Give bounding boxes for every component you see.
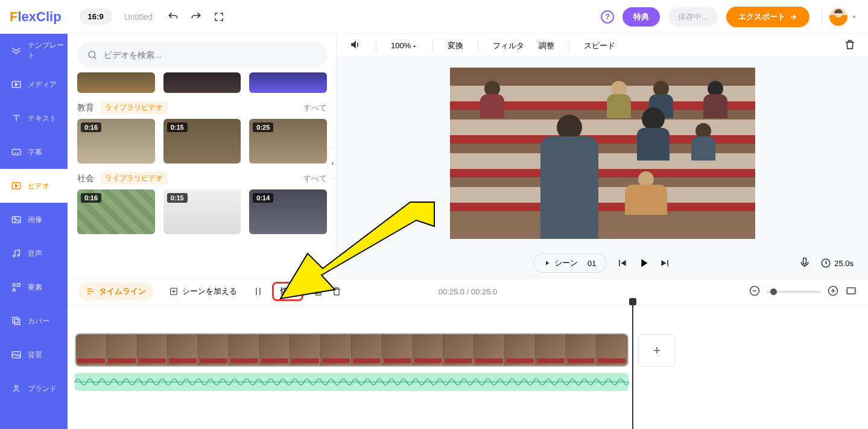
audio-track[interactable] <box>75 373 629 391</box>
header: FlexClip 16:9 Untitled ? 特典 保存中... エクスポー… <box>0 0 868 34</box>
split-button[interactable] <box>253 286 264 297</box>
sidebar-item-subtitles[interactable]: 字幕 <box>0 135 68 169</box>
video-thumb[interactable] <box>249 72 327 93</box>
timeline-zoom <box>749 285 857 299</box>
timeline-icon <box>86 287 95 296</box>
search-icon <box>87 49 98 60</box>
timeline-ruler[interactable] <box>75 315 861 327</box>
redo-button[interactable] <box>190 11 202 23</box>
thumb-row-society: 0:16 0:15 0:14 <box>77 189 327 234</box>
sidebar-item-image[interactable]: 画像 <box>0 203 68 237</box>
cut-button[interactable]: 切る <box>272 282 303 301</box>
timeline-mode-button[interactable]: タイムライン <box>78 282 153 300</box>
video-thumb[interactable]: 0:25 <box>249 119 327 164</box>
tab-transform[interactable]: 変換 <box>448 40 463 51</box>
category-all-link[interactable]: すべて <box>303 173 327 184</box>
zoom-in-button[interactable] <box>827 285 839 299</box>
project-title[interactable]: Untitled <box>124 12 153 22</box>
canvas-wrap <box>337 58 868 249</box>
sidebar-item-media[interactable]: メディア <box>0 68 68 101</box>
zoom-level[interactable]: 100% <box>391 41 418 50</box>
add-scene-button[interactable]: シーンを加える <box>162 282 244 300</box>
sidebar-item-video[interactable]: ビデオ <box>0 169 68 203</box>
sidebar-item-elements[interactable]: 要素 <box>0 270 68 304</box>
add-scene-tile[interactable]: + <box>638 334 676 367</box>
video-thumb[interactable] <box>163 72 241 93</box>
sidebar-item-cover[interactable]: カバー <box>0 304 68 338</box>
svg-rect-17 <box>314 288 319 293</box>
trash-icon <box>844 39 856 51</box>
play-small-icon <box>543 259 551 267</box>
player-bar: シーン 01 25.0s <box>337 249 868 278</box>
category-all-link[interactable]: すべて <box>303 103 327 113</box>
perks-button[interactable]: 特典 <box>622 7 660 27</box>
volume-icon <box>349 39 361 51</box>
video-icon <box>11 180 22 191</box>
category-header-education: 教育 ライブラリビデオ すべて <box>77 101 327 114</box>
saving-status: 保存中... <box>668 7 718 27</box>
avatar <box>829 8 847 26</box>
media-panel: 教育 ライブラリビデオ すべて 0:16 0:15 0:25 社会 ライブラリビ… <box>68 34 337 278</box>
templates-icon <box>11 45 22 56</box>
duplicate-button[interactable] <box>312 286 323 297</box>
svg-rect-10 <box>14 319 20 325</box>
video-thumb[interactable]: 0:16 <box>77 119 155 164</box>
svg-rect-18 <box>316 290 321 295</box>
thumb-row-partial <box>77 72 327 93</box>
subtitles-icon <box>11 147 22 157</box>
timeline-toolbar: タイムライン シーンを加える 切る 00:25.0 / 00:25.0 <box>68 278 868 305</box>
zoom-slider[interactable] <box>767 291 821 293</box>
user-menu[interactable] <box>822 8 858 26</box>
play-button[interactable] <box>637 256 650 270</box>
mic-button[interactable] <box>799 256 811 270</box>
sidebar: テンプレート メディア テキスト 字幕 ビデオ 画像 音声 要素 カバー 背景 … <box>0 34 68 429</box>
aspect-ratio-pill[interactable]: 16:9 <box>80 8 112 25</box>
prev-button[interactable] <box>615 256 629 270</box>
scene-pill[interactable]: シーン 01 <box>533 253 606 273</box>
playhead[interactable] <box>632 299 633 429</box>
svg-point-7 <box>13 284 16 287</box>
delete-clip-button[interactable] <box>331 286 342 297</box>
preview-toolbar: 100% 変換 フィルタ 調整 スピード <box>337 34 868 58</box>
video-thumb[interactable]: 0:14 <box>249 189 327 234</box>
preview-canvas[interactable] <box>450 68 755 239</box>
next-button[interactable] <box>659 256 672 270</box>
video-thumb[interactable] <box>77 72 155 93</box>
svg-rect-8 <box>17 284 21 287</box>
help-icon[interactable]: ? <box>601 10 614 24</box>
brand-icon <box>11 383 22 394</box>
svg-point-6 <box>17 255 19 256</box>
fit-button[interactable] <box>845 285 857 299</box>
category-tag[interactable]: ライブラリビデオ <box>100 101 168 114</box>
sidebar-item-background[interactable]: 背景 <box>0 338 68 372</box>
video-thumb[interactable]: 0:15 <box>163 189 241 234</box>
video-track[interactable]: 01 <box>75 333 629 367</box>
svg-point-5 <box>13 255 15 257</box>
search-box[interactable] <box>77 42 327 68</box>
sidebar-item-templates[interactable]: テンプレート <box>0 34 68 68</box>
video-thumb[interactable]: 0:16 <box>77 189 155 234</box>
fullscreen-button[interactable] <box>213 11 225 23</box>
tab-adjust[interactable]: 調整 <box>539 40 554 51</box>
volume-button[interactable] <box>349 39 361 52</box>
delete-button[interactable] <box>844 39 856 52</box>
clock-icon <box>820 258 831 269</box>
category-tag[interactable]: ライブラリビデオ <box>100 172 168 185</box>
thumb-row-education: 0:16 0:15 0:25 <box>77 119 327 164</box>
undo-button[interactable] <box>167 11 179 23</box>
export-button[interactable]: エクスポート <box>726 7 809 27</box>
svg-rect-3 <box>12 217 21 223</box>
search-input[interactable] <box>104 50 317 60</box>
video-thumb[interactable]: 0:15 <box>163 119 241 164</box>
waveform <box>75 373 629 391</box>
sidebar-item-text[interactable]: テキスト <box>0 101 68 135</box>
sidebar-item-brand[interactable]: ブランド <box>0 372 68 405</box>
tab-speed[interactable]: スピード <box>584 40 615 51</box>
teacher-figure <box>540 115 598 239</box>
zoom-out-button[interactable] <box>749 285 761 299</box>
tab-filter[interactable]: フィルタ <box>493 40 524 51</box>
svg-point-12 <box>15 386 18 389</box>
sidebar-item-audio[interactable]: 音声 <box>0 237 68 270</box>
timeline: 01 + <box>68 305 868 429</box>
collapse-panel-button[interactable] <box>328 148 337 179</box>
